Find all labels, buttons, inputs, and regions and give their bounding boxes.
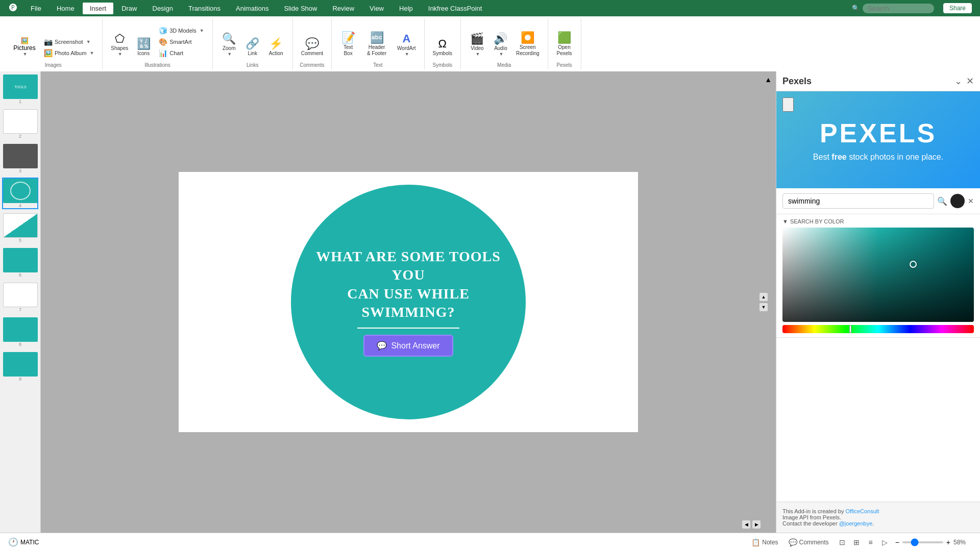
pictures-button[interactable]: 🖼️ Pictures ▼	[9, 36, 40, 58]
tab-draw[interactable]: Draw	[114, 3, 144, 14]
pexels-color-filter: ▼ SEARCH BY COLOR	[776, 214, 980, 338]
slide-thumb-2[interactable]: 2	[2, 108, 38, 140]
zoom-in-button[interactable]: +	[946, 538, 950, 546]
action-icon: ⚡	[269, 38, 283, 49]
ribbon-images-items: 🖼️ Pictures ▼ 📷 Screenshot ▼ 🖼️ Photo Al…	[9, 18, 97, 60]
scroll-down-ctrl[interactable]: ▼	[760, 303, 768, 311]
notes-label: Notes	[762, 539, 778, 546]
pexels-close-button[interactable]: ✕	[966, 76, 974, 87]
slideshow-button[interactable]: ▷	[879, 536, 891, 548]
notes-button[interactable]: 📋 Notes	[748, 537, 781, 547]
chart-button[interactable]: 📊 Chart	[156, 48, 207, 58]
zoom-out-button[interactable]: −	[895, 538, 899, 546]
status-left: 🕐 MATIC	[8, 537, 740, 547]
textbox-button[interactable]: 📝 TextBox	[337, 31, 359, 58]
slide-thumb-9[interactable]: 9	[2, 351, 38, 383]
icons-button[interactable]: 🔣 Icons	[132, 37, 155, 58]
screen-recording-button[interactable]: ⏺️ ScreenRecording	[513, 31, 543, 58]
slide-thumb-5[interactable]: 5	[2, 212, 38, 244]
tab-transitions[interactable]: Transitions	[181, 3, 228, 14]
pexels-heart-button[interactable]: ♡	[782, 97, 794, 112]
tab-review[interactable]: Review	[325, 3, 361, 14]
tab-design[interactable]: Design	[145, 3, 180, 14]
pexels-search-bar: 🔍 ✕	[776, 188, 980, 214]
hue-indicator	[849, 325, 851, 333]
color-hue-bar[interactable]	[782, 325, 974, 333]
slide-thumb-4[interactable]: 4	[2, 178, 38, 209]
comment-button[interactable]: 💬 Comment	[298, 37, 326, 58]
slide-canvas[interactable]: WHAT ARE SOME TOOLS YOU CAN USE WHILE SW…	[179, 172, 638, 432]
pexels-collapse-button[interactable]: ⌄	[954, 76, 962, 87]
tab-home[interactable]: Home	[50, 3, 82, 14]
slide-thumb-7[interactable]: 7	[2, 282, 38, 313]
normal-view-button[interactable]: ⊡	[836, 536, 848, 548]
header-footer-button[interactable]: 🔤 Header& Footer	[360, 31, 393, 58]
classpoint-label: MATIC	[20, 539, 39, 546]
short-answer-button[interactable]: 💬 Short Answer	[363, 335, 453, 357]
action-button[interactable]: ⚡ Action	[265, 37, 287, 58]
symbols-button[interactable]: Ω Symbols	[430, 37, 455, 58]
video-button[interactable]: 🎬 Video ▼	[466, 32, 488, 58]
search-input[interactable]	[863, 4, 934, 13]
link-button[interactable]: 🔗 Link	[241, 37, 264, 58]
smartart-button[interactable]: 🎨 SmartArt	[156, 37, 207, 47]
chart-label: Chart	[169, 50, 183, 56]
status-right: 📋 Notes 💬 Comments ⊡ ⊞ ≡ ▷ − + 58%	[748, 536, 972, 548]
slide-num-1: 1	[3, 99, 37, 104]
color-filter-label[interactable]: ▼ SEARCH BY COLOR	[782, 218, 974, 224]
tab-insert[interactable]: Insert	[83, 3, 114, 14]
slide-text-line2: CAN USE WHILE SWIMMING?	[347, 286, 470, 320]
ribbon-content: 🖼️ Pictures ▼ 📷 Screenshot ▼ 🖼️ Photo Al…	[0, 16, 980, 71]
wordart-button[interactable]: A WordArt ▼	[394, 32, 419, 58]
reading-view-button[interactable]: ≡	[865, 536, 877, 548]
app-icon[interactable]: 🅟	[4, 3, 22, 14]
pexels-search-button[interactable]: 🔍	[937, 196, 947, 206]
ribbon: 🅟 File Home Insert Draw Design Transitio…	[0, 0, 980, 71]
zoom-button[interactable]: 🔍 Zoom ▼	[218, 32, 240, 58]
developer-link[interactable]: @joergenbye	[839, 520, 873, 527]
slide-sorter-button[interactable]: ⊞	[850, 536, 863, 548]
shapes-button[interactable]: ⬠ Shapes ▼	[108, 32, 131, 58]
scroll-left-ctrl[interactable]: ◀	[742, 520, 750, 529]
slide-thumb-8[interactable]: 8	[2, 316, 38, 348]
symbols-icon: Ω	[438, 38, 447, 49]
screenshot-label: Screenshot	[55, 39, 83, 45]
pexels-clear-button[interactable]: ✕	[968, 197, 974, 205]
slide-thumbnail-panel: TOOLS 1 2 3 4 5 6	[0, 71, 41, 533]
scroll-up-ctrl[interactable]: ▲	[760, 293, 768, 301]
pexels-footer: This Add-in is created by OfficeConsult …	[776, 502, 980, 533]
screenshot-button[interactable]: 📷 Screenshot ▼	[41, 37, 97, 47]
tab-view[interactable]: View	[362, 3, 391, 14]
slide-num-6: 6	[3, 272, 37, 278]
slide-thumb-1[interactable]: TOOLS 1	[2, 73, 38, 105]
icons-label: Icons	[137, 51, 150, 57]
ribbon-group-comments: 💬 Comment Comments	[293, 18, 332, 69]
tab-animations[interactable]: Animations	[229, 3, 276, 14]
audio-button[interactable]: 🔊 Audio ▼	[489, 32, 512, 58]
link-icon: 🔗	[246, 38, 259, 49]
tab-classpoint[interactable]: Inkfree ClassPoint	[421, 3, 489, 14]
photo-album-icon: 🖼️	[44, 49, 53, 57]
tab-slideshow[interactable]: Slide Show	[277, 3, 324, 14]
3d-models-stack: 🧊 3D Models ▼ 🎨 SmartArt 📊 Chart	[156, 26, 207, 58]
slide-thumb-6[interactable]: 6	[2, 247, 38, 279]
photo-album-button[interactable]: 🖼️ Photo Album ▼	[41, 48, 97, 58]
3d-models-button[interactable]: 🧊 3D Models ▼	[156, 26, 207, 36]
comments-button[interactable]: 💬 Comments	[786, 537, 832, 547]
open-pexels-button[interactable]: 🟩 OpenPexels	[553, 31, 576, 58]
color-picker-gradient[interactable]	[782, 228, 974, 322]
tab-file[interactable]: File	[23, 3, 48, 14]
tab-help[interactable]: Help	[392, 3, 420, 14]
officeconsult-link[interactable]: OfficeConsult	[846, 508, 879, 514]
zoom-slider[interactable]	[902, 541, 943, 543]
scroll-up-button[interactable]: ▲	[765, 76, 772, 84]
slide-num-2: 2	[3, 134, 37, 139]
share-button[interactable]: Share	[943, 3, 972, 13]
scroll-right-ctrl[interactable]: ▶	[752, 520, 761, 529]
comments-icon: 💬	[789, 538, 797, 546]
pexels-search-input[interactable]	[782, 193, 934, 209]
pexels-color-filter-button[interactable]	[950, 194, 965, 208]
smartart-icon: 🎨	[159, 38, 167, 46]
slide-thumb-3[interactable]: 3	[2, 143, 38, 174]
slide-num-7: 7	[3, 307, 37, 312]
